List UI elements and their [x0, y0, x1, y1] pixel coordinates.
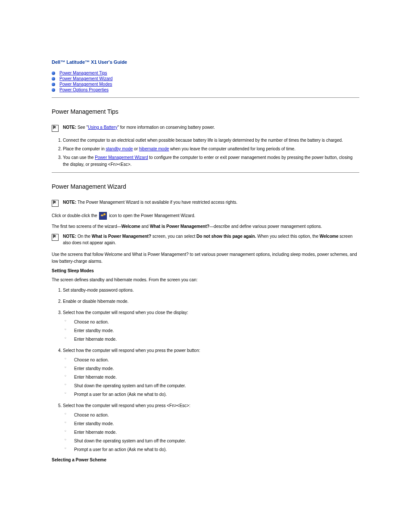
divider [52, 97, 359, 98]
list-item: Place the computer in standby mode or hi… [63, 146, 359, 152]
list-item: Shut down the operating system and turn … [74, 438, 359, 445]
note-label: NOTE: [63, 234, 76, 239]
body-text: The screen defines standby and hibernate… [52, 277, 359, 283]
subsection-heading: Selecting a Power Scheme [52, 457, 359, 462]
toc-item: Power Management Wizard [52, 76, 359, 81]
list-item: Select how the computer will respond whe… [63, 402, 359, 453]
sub-list: Choose no action. Enter standby mode. En… [63, 319, 359, 343]
quickset-icon [99, 212, 107, 220]
toc-link-tips[interactable]: Power Management Tips [59, 71, 107, 75]
list-item: Enter hibernate mode. [74, 336, 359, 343]
list-item: Enter standby mode. [74, 420, 359, 427]
list-item: Choose no action. [74, 412, 359, 419]
list-item: Enter standby mode. [74, 327, 359, 334]
sub-list: Choose no action. Enter standby mode. En… [63, 412, 359, 453]
bullet-icon [52, 72, 55, 75]
note-icon [52, 125, 59, 132]
toc-list: Power Management Tips Power Management W… [52, 71, 359, 92]
options-list: Set standby-mode password options. Enabl… [52, 287, 359, 453]
note-icon [52, 200, 59, 207]
subsection-heading: Setting Sleep Modes [52, 268, 359, 273]
tips-list: Connect the computer to an electrical ou… [52, 137, 359, 168]
toc-link-wizard[interactable]: Power Management Wizard [59, 76, 112, 81]
list-item: Shut down the operating system and turn … [74, 383, 359, 389]
section-heading-wizard: Power Management Wizard [52, 183, 359, 190]
note-icon [52, 234, 59, 241]
bullet-icon [52, 88, 55, 92]
list-item: Prompt a user for an action (Ask me what… [74, 446, 359, 453]
toc-link-modes[interactable]: Power Management Modes [59, 82, 112, 87]
sub-list: Choose no action. Enter standby mode. En… [63, 357, 359, 398]
list-item: Set standby-mode password options. [63, 287, 359, 294]
list-item: Enter hibernate mode. [74, 429, 359, 436]
note-text: NOTE: The Power Management Wizard is not… [63, 199, 237, 206]
list-item: Choose no action. [74, 319, 359, 326]
note-block: NOTE: The Power Management Wizard is not… [52, 199, 359, 207]
note-label: NOTE: [63, 125, 76, 130]
link-standby-mode[interactable]: standby mode [106, 146, 133, 151]
link-using-a-battery[interactable]: Using a Battery [88, 125, 117, 130]
section-heading-tips: Power Management Tips [52, 108, 359, 115]
note-block: NOTE: On the What is Power Management? s… [52, 233, 359, 246]
list-item: Prompt a user for an action (Ask me what… [74, 391, 359, 398]
list-item: Enter hibernate mode. [74, 374, 359, 381]
link-power-mgmt-wizard[interactable]: Power Management Wizard [95, 155, 148, 160]
list-item: Select how the computer will respond whe… [63, 347, 359, 398]
list-item: Connect the computer to an electrical ou… [63, 137, 359, 144]
guide-subtitle: Dell™ Latitude™ X1 User's Guide [52, 59, 359, 65]
body-text: The first two screens of the wizard—Welc… [52, 223, 359, 230]
list-item: Enable or disable hibernate mode. [63, 298, 359, 305]
body-text: Click or double-click the icon to open t… [52, 212, 359, 220]
note-label: NOTE: [63, 200, 76, 205]
divider [52, 172, 359, 173]
list-item: Enter standby mode. [74, 365, 359, 372]
link-hibernate-mode[interactable]: hibernate mode [139, 146, 169, 151]
toc-item: Power Options Properties [52, 87, 359, 92]
bullet-icon [52, 77, 55, 81]
note-text: NOTE: See "Using a Battery" for more inf… [63, 124, 215, 131]
list-item: You can use the Power Management Wizard … [63, 154, 359, 168]
body-text: Use the screens that follow Welcome and … [52, 251, 359, 265]
note-block: NOTE: See "Using a Battery" for more inf… [52, 124, 359, 132]
note-text: NOTE: On the What is Power Management? s… [63, 233, 359, 246]
list-item: Choose no action. [74, 357, 359, 364]
list-item: Select how the computer will respond whe… [63, 309, 359, 343]
toc-item: Power Management Modes [52, 82, 359, 87]
toc-link-props[interactable]: Power Options Properties [59, 87, 109, 92]
bullet-icon [52, 83, 55, 86]
toc-item: Power Management Tips [52, 71, 359, 75]
